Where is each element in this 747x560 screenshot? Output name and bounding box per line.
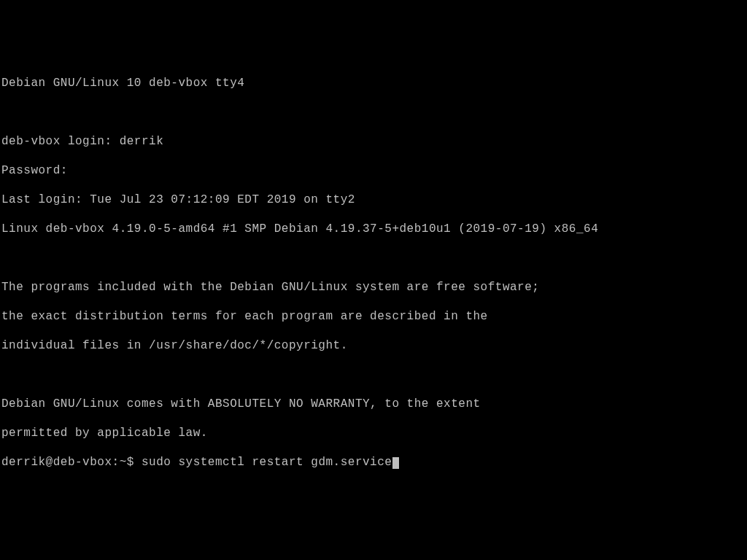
last-login: Last login: Tue Jul 23 07:12:09 EDT 2019… — [1, 192, 746, 207]
motd-line: permitted by applicable law. — [1, 426, 746, 440]
blank-line — [1, 105, 746, 120]
blank-line — [1, 368, 746, 382]
motd-line: Debian GNU/Linux comes with ABSOLUTELY N… — [1, 397, 746, 411]
shell-prompt: derrik@deb-vbox:~$ — [1, 456, 142, 469]
motd-line: The programs included with the Debian GN… — [1, 280, 746, 295]
terminal-output[interactable]: Debian GNU/Linux 10 deb-vbox tty4 deb-vb… — [1, 61, 746, 560]
blank-line — [1, 251, 746, 265]
kernel-info: Linux deb-vbox 4.19.0-5-amd64 #1 SMP Deb… — [1, 222, 746, 236]
login-username: derrik — [120, 135, 164, 148]
password-prompt: Password: — [1, 163, 746, 178]
login-prompt: deb-vbox login: — [1, 135, 120, 148]
command-line[interactable]: derrik@deb-vbox:~$ sudo systemctl restar… — [1, 455, 746, 470]
cursor-icon — [392, 457, 399, 469]
command-input[interactable]: sudo systemctl restart gdm.service — [142, 456, 392, 469]
login-line: deb-vbox login: derrik — [1, 134, 746, 149]
issue-banner: Debian GNU/Linux 10 deb-vbox tty4 — [1, 76, 746, 90]
motd-line: individual files in /usr/share/doc/*/cop… — [1, 338, 746, 353]
motd-line: the exact distribution terms for each pr… — [1, 309, 746, 324]
